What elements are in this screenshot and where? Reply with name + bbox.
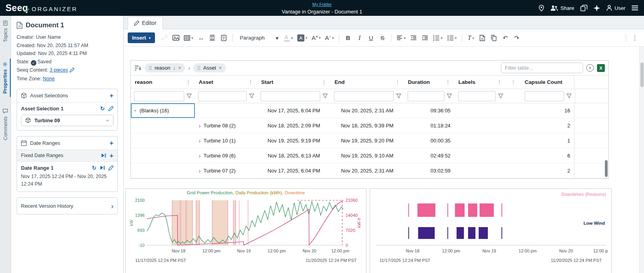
column-menu-icon[interactable]: ⋮: [497, 79, 502, 85]
font-color-button[interactable]: A▾: [283, 32, 295, 44]
column-header-start[interactable]: Start⋮: [257, 76, 330, 89]
capsule-bar-low-wind[interactable]: [468, 227, 476, 239]
horizontal-rule-button[interactable]: ↔: [196, 32, 206, 44]
undo-button[interactable]: ↶: [500, 32, 510, 44]
redo-button[interactable]: ↷: [512, 32, 522, 44]
add-fixed-date-range-button[interactable]: +: [110, 152, 113, 159]
tab-properties[interactable]: Properties: [0, 59, 11, 97]
tab-comments[interactable]: Comments: [0, 106, 11, 143]
step-to-end-icon[interactable]: [100, 165, 105, 170]
journal-button[interactable]: [219, 32, 229, 44]
expand-group-icon[interactable]: ›: [199, 153, 201, 159]
column-menu-icon[interactable]: ⋮: [186, 79, 191, 85]
add-date-range-button[interactable]: +: [110, 140, 113, 146]
timezone-link[interactable]: None: [43, 76, 55, 82]
insert-button[interactable]: Insert▾: [128, 32, 155, 43]
user-menu[interactable]: User: [606, 5, 625, 11]
end-filter-input[interactable]: [334, 91, 394, 101]
capsule-bar-downtimes-reasons[interactable]: [448, 203, 448, 217]
worksheets-icon[interactable]: [580, 5, 587, 11]
capsule-bar-low-wind[interactable]: [501, 227, 502, 239]
edit-seeq-content-icon[interactable]: [70, 68, 74, 74]
column-header-count[interactable]: Capsule Count: [521, 76, 574, 89]
capsule-bar-low-wind[interactable]: [457, 227, 464, 239]
duration-filter-input[interactable]: [408, 91, 444, 101]
export-excel-icon[interactable]: X: [597, 64, 605, 72]
filter-funnel-icon[interactable]: [567, 93, 572, 99]
capsule-bar-low-wind[interactable]: [479, 227, 488, 239]
step-to-end-icon[interactable]: [101, 153, 106, 158]
capsule-bar-low-wind[interactable]: [408, 227, 409, 239]
italic-button[interactable]: I: [354, 32, 364, 44]
table-row[interactable]: ›(Blanks) (16)Nov 17, 2025, 6:04 PMNov 2…: [131, 103, 608, 118]
column-menu-icon[interactable]: ⋮: [446, 79, 451, 85]
capsule-bar-downtimes-reasons[interactable]: [501, 203, 502, 217]
capsule-bar-downtimes-reasons[interactable]: [408, 203, 409, 217]
column-header-menu[interactable]: ⋮: [506, 76, 521, 89]
capsule-bar-downtimes-reasons[interactable]: [468, 203, 477, 217]
outdent-button[interactable]: [408, 32, 419, 44]
reason-filter-input[interactable]: [134, 91, 184, 101]
clear-formatting-button[interactable]: Tx: [466, 32, 476, 44]
tab-editor[interactable]: Editor: [128, 17, 163, 29]
drag-grip-icon[interactable]: [149, 66, 152, 70]
expand-group-icon[interactable]: ›: [199, 123, 201, 129]
column-menu-icon[interactable]: ⋮: [511, 79, 516, 85]
capsule-bar-downtimes-reasons[interactable]: [455, 203, 465, 217]
column-menu-icon[interactable]: ⋮: [395, 79, 400, 85]
column-header-duration[interactable]: Duration⋮: [404, 76, 455, 89]
page-break-button[interactable]: [207, 32, 217, 44]
column-header-filler[interactable]: [574, 76, 608, 89]
asset-selector-dropdown[interactable]: Turbine 09 ›: [21, 115, 113, 126]
filter-funnel-icon[interactable]: [323, 93, 328, 99]
expand-group-icon[interactable]: ›: [199, 168, 201, 174]
seeq-logo[interactable]: Seeq ORGANIZER: [6, 4, 77, 13]
table-scrollbar[interactable]: [604, 104, 608, 178]
bold-button[interactable]: B: [343, 32, 353, 44]
expand-group-icon[interactable]: ›: [199, 138, 201, 144]
editor-scrollbar-thumb[interactable]: [640, 63, 644, 87]
remove-pill-icon[interactable]: ×: [219, 65, 222, 71]
column-header-labels[interactable]: Labels⋮: [455, 76, 506, 89]
filter-funnel-icon[interactable]: [447, 93, 452, 99]
filter-funnel-icon[interactable]: [249, 93, 254, 99]
ordered-list-button[interactable]: ▾: [431, 32, 444, 44]
paragraph-style-dropdown[interactable]: Paragraph▾: [236, 35, 281, 41]
font-size-button[interactable]: A▾▾: [310, 32, 322, 44]
drag-grip-icon[interactable]: [197, 66, 200, 70]
start-filter-input[interactable]: [261, 91, 320, 101]
group-sort-icon[interactable]: [134, 65, 142, 71]
refresh-date-range-icon[interactable]: ↻: [92, 165, 96, 171]
editor-scrollbar[interactable]: [639, 47, 644, 273]
remove-pill-icon[interactable]: ×: [178, 65, 181, 71]
filter-funnel-icon[interactable]: [187, 93, 192, 99]
copy-button[interactable]: [489, 32, 499, 44]
capsule-bar-downtimes-reasons[interactable]: [480, 203, 494, 217]
capsule-bar-low-wind[interactable]: [418, 227, 435, 239]
asset-filter-input[interactable]: [198, 91, 247, 101]
labels-filter-input[interactable]: [458, 91, 496, 101]
table-row[interactable]: ›Turbine 08 (2)Nov 18, 2025, 2:09 PMNov …: [131, 118, 608, 133]
clear-table-icon[interactable]: ×: [586, 64, 594, 72]
table-row[interactable]: ›Turbine 10 (1)Nov 19, 2025, 9:19 PMNov …: [131, 133, 608, 148]
column-header-asset[interactable]: Asset⋮: [195, 76, 257, 89]
hamburger-menu-icon[interactable]: [631, 5, 638, 11]
column-menu-icon[interactable]: ⋮: [248, 79, 253, 85]
add-asset-selection-button[interactable]: +: [110, 92, 113, 99]
align-button[interactable]: ▾: [395, 32, 407, 44]
filter-table-input[interactable]: [501, 63, 583, 73]
count-filter-input[interactable]: [525, 91, 564, 101]
trend-chart-widget[interactable]: Grid Power Production,Daily Production (…: [125, 188, 366, 273]
highlight-color-button[interactable]: A▾: [296, 32, 309, 44]
export-pdf-button[interactable]: [477, 32, 487, 44]
table-row[interactable]: ›Turbine 09 (6)Nov 18, 2025, 6:13 AMNov …: [131, 148, 608, 163]
column-menu-icon[interactable]: ⋮: [321, 79, 327, 85]
capsule-bar-downtimes-reasons[interactable]: [417, 203, 435, 217]
location-pin-icon[interactable]: [538, 5, 544, 11]
column-header-end[interactable]: End⋮: [330, 76, 404, 89]
underline-button[interactable]: U: [366, 32, 376, 44]
table-scrollbar-thumb[interactable]: [605, 160, 608, 177]
bullet-list-button[interactable]: ▾: [446, 32, 459, 44]
link-button[interactable]: [159, 32, 170, 44]
tab-topics[interactable]: Topics: [0, 17, 11, 45]
